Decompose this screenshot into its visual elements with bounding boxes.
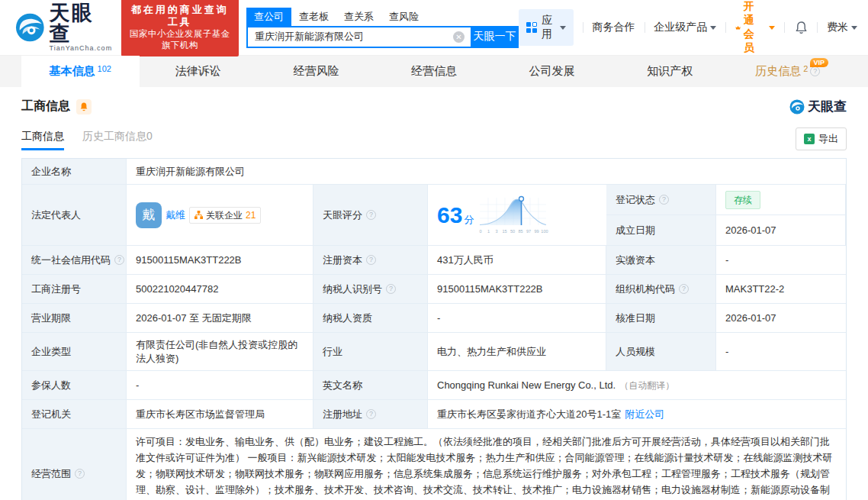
field-value-established: 2026-01-07 bbox=[716, 215, 846, 246]
vip-badge: VIP bbox=[810, 58, 829, 67]
tab-label: 基本信息 bbox=[50, 64, 95, 79]
promo-line1: 都在用的商业查询工具 bbox=[129, 4, 231, 28]
export-button[interactable]: x 导出 bbox=[796, 127, 847, 150]
divider bbox=[817, 22, 818, 33]
field-label-company-type: 企业类型 bbox=[22, 333, 127, 371]
search-tab-risk[interactable]: 查风险 bbox=[381, 8, 426, 26]
business-info-table: 企业名称 重庆润开新能源有限公司 法定代表人 戴 戴维 关联企业 21 登记状态… bbox=[21, 158, 847, 500]
score-marker-pin bbox=[519, 196, 524, 201]
tianyancha-logo-icon bbox=[789, 99, 805, 115]
subtab-business-info[interactable]: 工商信息 bbox=[21, 130, 64, 150]
help-icon[interactable]: ? bbox=[659, 195, 669, 205]
search-tab-relation[interactable]: 查关系 bbox=[336, 8, 381, 26]
field-value-org-code: MAK3TT22-2 bbox=[716, 275, 846, 304]
crown-icon bbox=[735, 23, 741, 33]
promo-banner: 都在用的商业查询工具 国家中小企业发展子基金旗下机构 bbox=[121, 0, 239, 56]
field-value-registered-capital: 431万人民币 bbox=[428, 246, 606, 275]
search-button[interactable]: 天眼一下 bbox=[471, 26, 519, 48]
nav-enterprise-products[interactable]: 企业级产品 bbox=[654, 21, 716, 34]
monitor-bell-icon[interactable] bbox=[76, 99, 92, 115]
field-value-taxpayer-qualification: - bbox=[428, 304, 606, 333]
nav-biz-cooperation[interactable]: 商务合作 bbox=[593, 21, 635, 34]
field-value-business-scope: 许可项目：发电业务、输电业务、供（配）电业务；建设工程施工。（依法须经批准的项目… bbox=[127, 429, 846, 500]
help-icon[interactable]: ? bbox=[366, 255, 376, 265]
field-label-taxpayer-id: 纳税人识别号? bbox=[313, 275, 428, 304]
score-value: 63 bbox=[437, 202, 462, 227]
tab-business-info[interactable]: 经营信息 bbox=[375, 56, 493, 87]
apps-menu[interactable]: 应用 bbox=[519, 9, 574, 46]
tab-intellectual-property[interactable]: 知识产权 bbox=[611, 56, 729, 87]
help-icon[interactable]: ? bbox=[810, 66, 820, 76]
tianyancha-logo[interactable]: 天眼查 TianYanCha.com bbox=[15, 3, 114, 52]
field-label-score: 天眼评分? bbox=[313, 185, 428, 246]
score-unit: 分 bbox=[464, 214, 474, 225]
promo-line2: 国家中小企业发展子基金旗下机构 bbox=[129, 28, 231, 51]
enterprise-label: 企业级产品 bbox=[654, 21, 707, 34]
field-label-company-name: 企业名称 bbox=[22, 159, 127, 185]
tab-history-info[interactable]: VIP 历史信息 2 ? bbox=[728, 56, 847, 87]
svg-text:0: 0 bbox=[480, 229, 482, 234]
chevron-down-icon bbox=[769, 26, 775, 30]
field-label-industry: 行业 bbox=[313, 333, 428, 371]
field-label-paidin-capital: 实缴资本 bbox=[606, 246, 716, 275]
notification-bell-icon[interactable] bbox=[795, 21, 808, 34]
related-companies-badge[interactable]: 关联企业 21 bbox=[189, 207, 261, 224]
field-value-reg-number: 500221020447782 bbox=[127, 275, 313, 304]
field-label-taxpayer-qualification: 纳税人资质 bbox=[313, 304, 428, 333]
apps-grid-icon bbox=[526, 22, 537, 33]
field-label-business-scope: 经营范围? bbox=[22, 429, 127, 500]
logo-subtitle: TianYanCha.com bbox=[50, 44, 114, 52]
auto-translate-note: （自动翻译） bbox=[619, 379, 674, 392]
field-value-staff-size: - bbox=[716, 333, 846, 371]
apps-label: 应用 bbox=[542, 14, 552, 41]
field-label-business-term: 营业期限 bbox=[22, 304, 127, 333]
tianyancha-logo-icon bbox=[15, 12, 45, 43]
field-value-score: 63分 0 1 3 15 50 85 97 bbox=[428, 185, 606, 246]
related-label: 关联企业 bbox=[206, 208, 243, 222]
tab-legal-proceedings[interactable]: 法律诉讼 bbox=[140, 56, 258, 87]
search-input[interactable] bbox=[246, 26, 471, 48]
open-vip-button[interactable]: 开通会员 bbox=[735, 0, 775, 55]
svg-text:15: 15 bbox=[503, 229, 507, 234]
field-label-credit-code: 统一社会信用代码? bbox=[22, 246, 127, 275]
search-area: 查公司 查老板 查关系 查风险 ✕ 天眼一下 bbox=[246, 8, 519, 48]
username: 费米 bbox=[827, 21, 848, 34]
tab-operating-risk[interactable]: 经营风险 bbox=[257, 56, 375, 87]
user-menu[interactable]: 费米 bbox=[827, 21, 857, 34]
search-tab-company[interactable]: 查公司 bbox=[246, 8, 291, 26]
chevron-down-icon bbox=[710, 26, 716, 30]
svg-text:3: 3 bbox=[496, 229, 498, 234]
help-icon[interactable]: ? bbox=[114, 255, 124, 265]
field-value-taxpayer-id: 91500115MAK3TT222B bbox=[428, 275, 606, 304]
clear-search-icon[interactable]: ✕ bbox=[453, 31, 465, 43]
help-icon[interactable]: ? bbox=[679, 284, 689, 294]
tab-count: 102 bbox=[98, 64, 111, 73]
score-distribution-chart[interactable]: 0 1 3 15 50 85 97 99 100 bbox=[477, 195, 549, 236]
field-value-legal-rep: 戴 戴维 关联企业 21 bbox=[127, 185, 313, 246]
vip-label: 开通会员 bbox=[744, 0, 763, 55]
tab-label: 经营信息 bbox=[411, 64, 457, 79]
org-chart-icon bbox=[194, 211, 203, 219]
field-label-registered-capital: 注册资本? bbox=[313, 246, 428, 275]
avatar[interactable]: 戴 bbox=[136, 202, 162, 228]
help-icon[interactable]: ? bbox=[366, 409, 376, 419]
divider bbox=[725, 22, 726, 33]
tab-company-development[interactable]: 公司发展 bbox=[493, 56, 611, 87]
subtab-history-business-info[interactable]: 历史工商信息0 bbox=[82, 130, 153, 150]
field-label-staff-size: 人员规模 bbox=[606, 333, 716, 371]
divider bbox=[645, 22, 645, 33]
company-tabbar: 基本信息 102 法律诉讼 经营风险 经营信息 公司发展 知识产权 VIP 历史… bbox=[0, 55, 868, 87]
tab-label: 法律诉讼 bbox=[175, 64, 221, 79]
tab-label: 公司发展 bbox=[529, 64, 575, 79]
score-axis-labels: 0 1 3 15 50 85 97 99 100 bbox=[480, 229, 548, 234]
nearby-companies-link[interactable]: 附近公司 bbox=[625, 408, 664, 421]
svg-text:1: 1 bbox=[487, 229, 490, 234]
help-icon[interactable]: ? bbox=[75, 469, 85, 479]
legal-rep-link[interactable]: 戴维 bbox=[166, 208, 185, 222]
search-tab-boss[interactable]: 查老板 bbox=[291, 8, 336, 26]
tab-label: 经营风险 bbox=[293, 64, 339, 79]
field-label-english-name: 英文名称 bbox=[313, 371, 428, 400]
tab-basic-info[interactable]: 基本信息 102 bbox=[21, 56, 140, 87]
help-icon[interactable]: ? bbox=[386, 284, 396, 294]
help-icon[interactable]: ? bbox=[366, 210, 376, 220]
